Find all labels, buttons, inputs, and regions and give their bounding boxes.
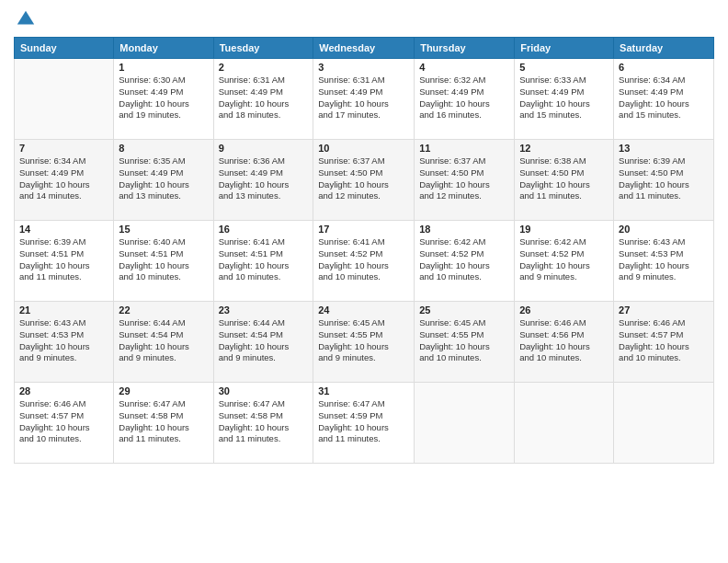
day-number: 19 <box>519 224 609 235</box>
svg-marker-0 <box>17 11 34 25</box>
day-info: Sunrise: 6:41 AM Sunset: 4:51 PM Dayligh… <box>219 236 309 283</box>
day-number: 18 <box>419 224 509 235</box>
day-number: 26 <box>519 304 609 316</box>
calendar-cell <box>614 383 714 464</box>
calendar-cell: 5Sunrise: 6:33 AM Sunset: 4:49 PM Daylig… <box>515 59 614 140</box>
day-info: Sunrise: 6:46 AM Sunset: 4:56 PM Dayligh… <box>519 317 609 364</box>
calendar-week-1: 1Sunrise: 6:30 AM Sunset: 4:49 PM Daylig… <box>15 59 714 140</box>
calendar-week-4: 21Sunrise: 6:43 AM Sunset: 4:53 PM Dayli… <box>15 302 714 383</box>
calendar-cell: 11Sunrise: 6:37 AM Sunset: 4:50 PM Dayli… <box>415 140 515 221</box>
day-number: 24 <box>318 304 409 316</box>
day-info: Sunrise: 6:39 AM Sunset: 4:51 PM Dayligh… <box>19 236 108 283</box>
calendar-cell: 27Sunrise: 6:46 AM Sunset: 4:57 PM Dayli… <box>614 302 714 383</box>
day-number: 5 <box>519 62 609 73</box>
day-number: 14 <box>19 224 108 235</box>
calendar-header-saturday: Saturday <box>614 38 714 59</box>
calendar-cell: 6Sunrise: 6:34 AM Sunset: 4:49 PM Daylig… <box>614 59 714 140</box>
day-info: Sunrise: 6:35 AM Sunset: 4:49 PM Dayligh… <box>119 155 208 202</box>
day-info: Sunrise: 6:43 AM Sunset: 4:53 PM Dayligh… <box>619 236 709 283</box>
calendar-header-monday: Monday <box>114 38 213 59</box>
day-number: 15 <box>119 224 208 235</box>
calendar-cell: 8Sunrise: 6:35 AM Sunset: 4:49 PM Daylig… <box>114 140 213 221</box>
day-info: Sunrise: 6:33 AM Sunset: 4:49 PM Dayligh… <box>519 75 609 121</box>
calendar-cell <box>415 383 515 464</box>
day-number: 16 <box>219 224 309 235</box>
calendar: SundayMondayTuesdayWednesdayThursdayFrid… <box>14 37 714 464</box>
day-info: Sunrise: 6:37 AM Sunset: 4:50 PM Dayligh… <box>419 155 509 202</box>
day-info: Sunrise: 6:40 AM Sunset: 4:51 PM Dayligh… <box>119 236 208 283</box>
day-number: 17 <box>318 224 409 235</box>
day-info: Sunrise: 6:30 AM Sunset: 4:49 PM Dayligh… <box>119 75 208 121</box>
day-number: 22 <box>119 304 208 316</box>
day-number: 28 <box>19 385 108 396</box>
day-number: 7 <box>19 143 108 154</box>
calendar-cell: 24Sunrise: 6:45 AM Sunset: 4:55 PM Dayli… <box>313 302 415 383</box>
day-info: Sunrise: 6:39 AM Sunset: 4:50 PM Dayligh… <box>619 155 709 202</box>
calendar-cell: 10Sunrise: 6:37 AM Sunset: 4:50 PM Dayli… <box>313 140 415 221</box>
day-number: 31 <box>318 385 409 396</box>
calendar-cell: 14Sunrise: 6:39 AM Sunset: 4:51 PM Dayli… <box>15 221 114 302</box>
calendar-cell <box>515 383 614 464</box>
calendar-cell: 25Sunrise: 6:45 AM Sunset: 4:55 PM Dayli… <box>415 302 515 383</box>
calendar-header-tuesday: Tuesday <box>213 38 313 59</box>
calendar-cell: 9Sunrise: 6:36 AM Sunset: 4:49 PM Daylig… <box>213 140 313 221</box>
day-info: Sunrise: 6:44 AM Sunset: 4:54 PM Dayligh… <box>119 317 208 364</box>
calendar-header-wednesday: Wednesday <box>313 38 415 59</box>
day-number: 20 <box>619 224 709 235</box>
day-number: 25 <box>419 304 509 316</box>
day-info: Sunrise: 6:46 AM Sunset: 4:57 PM Dayligh… <box>19 398 108 445</box>
calendar-cell: 19Sunrise: 6:42 AM Sunset: 4:52 PM Dayli… <box>515 221 614 302</box>
calendar-cell: 28Sunrise: 6:46 AM Sunset: 4:57 PM Dayli… <box>15 383 114 464</box>
calendar-cell: 30Sunrise: 6:47 AM Sunset: 4:58 PM Dayli… <box>213 383 313 464</box>
day-info: Sunrise: 6:47 AM Sunset: 4:58 PM Dayligh… <box>219 398 309 445</box>
day-info: Sunrise: 6:37 AM Sunset: 4:50 PM Dayligh… <box>318 155 409 202</box>
calendar-cell: 16Sunrise: 6:41 AM Sunset: 4:51 PM Dayli… <box>213 221 313 302</box>
calendar-cell: 26Sunrise: 6:46 AM Sunset: 4:56 PM Dayli… <box>515 302 614 383</box>
calendar-cell: 21Sunrise: 6:43 AM Sunset: 4:53 PM Dayli… <box>15 302 114 383</box>
calendar-week-3: 14Sunrise: 6:39 AM Sunset: 4:51 PM Dayli… <box>15 221 714 302</box>
day-number: 12 <box>519 143 609 154</box>
day-info: Sunrise: 6:42 AM Sunset: 4:52 PM Dayligh… <box>419 236 509 283</box>
day-number: 21 <box>19 304 108 316</box>
day-info: Sunrise: 6:45 AM Sunset: 4:55 PM Dayligh… <box>419 317 509 364</box>
calendar-header-thursday: Thursday <box>415 38 515 59</box>
calendar-cell: 18Sunrise: 6:42 AM Sunset: 4:52 PM Dayli… <box>415 221 515 302</box>
day-info: Sunrise: 6:43 AM Sunset: 4:53 PM Dayligh… <box>19 317 108 364</box>
day-number: 9 <box>219 143 309 154</box>
calendar-week-2: 7Sunrise: 6:34 AM Sunset: 4:49 PM Daylig… <box>15 140 714 221</box>
calendar-cell: 2Sunrise: 6:31 AM Sunset: 4:49 PM Daylig… <box>213 59 313 140</box>
day-info: Sunrise: 6:32 AM Sunset: 4:49 PM Dayligh… <box>419 75 509 121</box>
day-info: Sunrise: 6:47 AM Sunset: 4:58 PM Dayligh… <box>119 398 208 445</box>
day-info: Sunrise: 6:41 AM Sunset: 4:52 PM Dayligh… <box>318 236 409 283</box>
day-number: 11 <box>419 143 509 154</box>
day-number: 4 <box>419 62 509 73</box>
calendar-cell <box>15 59 114 140</box>
calendar-cell: 3Sunrise: 6:31 AM Sunset: 4:49 PM Daylig… <box>313 59 415 140</box>
day-number: 27 <box>619 304 709 316</box>
calendar-cell: 17Sunrise: 6:41 AM Sunset: 4:52 PM Dayli… <box>313 221 415 302</box>
day-number: 30 <box>219 385 309 396</box>
calendar-cell: 12Sunrise: 6:38 AM Sunset: 4:50 PM Dayli… <box>515 140 614 221</box>
day-info: Sunrise: 6:42 AM Sunset: 4:52 PM Dayligh… <box>519 236 609 283</box>
calendar-cell: 29Sunrise: 6:47 AM Sunset: 4:58 PM Dayli… <box>114 383 213 464</box>
page: SundayMondayTuesdayWednesdayThursdayFrid… <box>0 0 728 563</box>
header <box>14 9 714 29</box>
logo-icon <box>16 9 36 29</box>
day-number: 2 <box>219 62 309 73</box>
day-info: Sunrise: 6:45 AM Sunset: 4:55 PM Dayligh… <box>318 317 409 364</box>
day-info: Sunrise: 6:47 AM Sunset: 4:59 PM Dayligh… <box>318 398 409 445</box>
calendar-header-sunday: Sunday <box>15 38 114 59</box>
calendar-cell: 13Sunrise: 6:39 AM Sunset: 4:50 PM Dayli… <box>614 140 714 221</box>
day-info: Sunrise: 6:34 AM Sunset: 4:49 PM Dayligh… <box>619 75 709 121</box>
day-info: Sunrise: 6:31 AM Sunset: 4:49 PM Dayligh… <box>219 75 309 121</box>
day-number: 10 <box>318 143 409 154</box>
calendar-cell: 7Sunrise: 6:34 AM Sunset: 4:49 PM Daylig… <box>15 140 114 221</box>
day-info: Sunrise: 6:34 AM Sunset: 4:49 PM Dayligh… <box>19 155 108 202</box>
day-number: 6 <box>619 62 709 73</box>
day-number: 23 <box>219 304 309 316</box>
calendar-week-5: 28Sunrise: 6:46 AM Sunset: 4:57 PM Dayli… <box>15 383 714 464</box>
logo <box>14 9 36 29</box>
day-info: Sunrise: 6:38 AM Sunset: 4:50 PM Dayligh… <box>519 155 609 202</box>
day-number: 8 <box>119 143 208 154</box>
day-number: 1 <box>119 62 208 73</box>
